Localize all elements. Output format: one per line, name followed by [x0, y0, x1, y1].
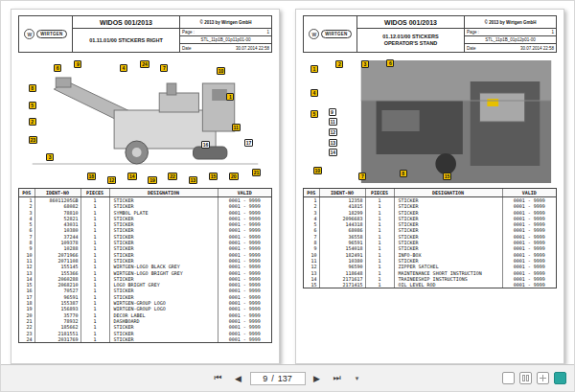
- diagram-callout: 19: [148, 176, 157, 184]
- first-page-button[interactable]: ⏮: [210, 370, 227, 387]
- doc-title: WIDOS 001/2013: [73, 16, 179, 29]
- diagram-callout: 23: [29, 136, 38, 144]
- facing-pages-icon[interactable]: [519, 372, 532, 384]
- page-value: 1: [266, 30, 269, 35]
- last-page-button[interactable]: ⏭: [329, 370, 346, 387]
- parts-table: POS IDENT-NO PIECES DESIGNATION VALID 18…: [19, 189, 271, 342]
- date-value: 30.07.2014 22:58: [520, 46, 554, 51]
- table-cell: STICKER: [109, 336, 218, 342]
- page-number-input[interactable]: 9 / 137: [250, 372, 306, 385]
- table-row: 1123581STICKER0001 - 9999: [304, 197, 556, 204]
- table-cell: 1: [365, 197, 394, 204]
- table-cell: 1: [304, 197, 319, 204]
- section-title-line2: OPERATOR'S STAND: [384, 40, 438, 47]
- single-page-icon[interactable]: [502, 372, 515, 384]
- diagram-callout: 14: [329, 149, 338, 156]
- table-row: 186011205GB1STICKER0001 - 9999: [19, 197, 271, 204]
- col-designation: DESIGNATION: [394, 189, 502, 197]
- diagram-callout: 13: [189, 176, 198, 184]
- wirtgen-logo-text: WIRTGEN: [321, 30, 351, 38]
- wirtgen-logo: W WIRTGEN: [19, 16, 73, 52]
- table-cell: 1: [80, 197, 109, 204]
- parts-table: POS IDENT-NO PIECES DESIGNATION VALID 11…: [304, 189, 556, 288]
- table-row: 1521714151OIL LEVEL ROD0001 - 9999: [304, 282, 556, 288]
- diagram-callout: 10: [217, 67, 226, 75]
- table-cell: 0001 - 9999: [502, 282, 556, 288]
- diagram-callout: 16: [201, 141, 211, 149]
- page-header: W WIRTGEN WIDOS 001/2013 © 2013 by Wirtg…: [303, 15, 557, 53]
- page-separator: /: [271, 374, 274, 383]
- doc-code: STL_11p1B_01p11p01-00: [200, 37, 250, 42]
- col-ident-no: IDENT-NO: [34, 189, 80, 197]
- diagram-callout: 22: [168, 173, 177, 180]
- col-valid: VALID: [502, 189, 556, 197]
- diagram-callout: 11: [329, 118, 337, 126]
- date-value: 30.07.2014 22:58: [236, 46, 269, 51]
- diagram-callout: 15: [209, 173, 218, 180]
- previous-page-button[interactable]: ◀: [230, 370, 247, 387]
- table-cell: 12358: [319, 197, 365, 204]
- table-cell: 2031769: [34, 336, 80, 342]
- doc-code-row: STL_11p1B_01p11p01-00: [180, 36, 271, 44]
- wirtgen-logo: W WIRTGEN: [304, 16, 357, 52]
- wirtgen-badge-icon: W: [24, 29, 34, 39]
- table-header-row: POS IDENT-NO PIECES DESIGNATION VALID: [19, 189, 271, 197]
- date-row: Date 30.07.2014 22:58: [180, 44, 271, 52]
- current-page: 9: [263, 374, 267, 383]
- document-page-left: W WIRTGEN WIDOS 001/2013 © 2013 by Wirtg…: [11, 9, 280, 364]
- diagram-callout: 1: [310, 65, 318, 73]
- diagram-callout: 1: [226, 93, 234, 101]
- col-pieces: PIECES: [80, 189, 109, 197]
- diagram-callout: 14: [127, 173, 137, 180]
- diagram-callout: 5: [310, 110, 318, 118]
- parts-diagram-machine: 694247108522331111617181214192213152021: [18, 57, 272, 185]
- diagram-callout: 18: [87, 173, 97, 180]
- section-title-line1: 01.12.01/00 STICKERS: [382, 34, 438, 40]
- diagram-callout: 8: [29, 84, 36, 92]
- parts-diagram-operator-stand: 123645911121314107815: [303, 57, 557, 185]
- operator-stand-photo: [303, 57, 557, 185]
- table-cell: 1: [365, 282, 394, 288]
- diagram-callout: 15: [443, 173, 452, 180]
- diagram-callout: 7: [358, 173, 366, 180]
- diagram-callout: 7: [160, 64, 168, 72]
- thumbnails-icon[interactable]: [537, 372, 549, 384]
- col-valid: VALID: [218, 189, 271, 197]
- section-title-line1: 01.11.01/00 STICKERS RIGHT: [89, 37, 163, 44]
- page-label: Page :: [467, 30, 479, 35]
- diagram-callout: 4: [310, 89, 318, 97]
- diagram-callout: 10: [313, 167, 323, 174]
- diagram-callout: 20: [229, 173, 239, 180]
- table-cell: 0001 - 9999: [218, 336, 271, 342]
- diagram-callout: 21: [252, 169, 262, 176]
- table-row: 2420317691STICKER0001 - 9999: [19, 336, 271, 342]
- diagram-callout: 6: [386, 59, 394, 67]
- section-title: 01.11.01/00 STICKERS RIGHT: [73, 29, 179, 52]
- date-label: Date: [182, 46, 192, 51]
- page-number-row: Page : 1: [180, 29, 271, 36]
- next-page-button[interactable]: ▶: [309, 370, 326, 387]
- doc-code-row: STL_11p1B_01p12p01-00: [465, 36, 556, 44]
- diagram-callout: 12: [107, 176, 117, 184]
- col-designation: DESIGNATION: [109, 189, 218, 197]
- doc-code: STL_11p1B_01p12p01-00: [485, 37, 535, 42]
- diagram-callout: 5: [29, 102, 36, 109]
- table-cell: 24: [19, 336, 34, 342]
- tool-icon[interactable]: [554, 372, 566, 384]
- table-cell: 0001 - 9999: [502, 197, 556, 204]
- page-info-box: Page : 1 STL_11p1B_01p11p01-00 Date 30.0…: [179, 29, 271, 52]
- table-cell: 0001 - 9999: [218, 197, 271, 204]
- table-cell: 15: [304, 282, 319, 288]
- parts-table-container: POS IDENT-NO PIECES DESIGNATION VALID 11…: [303, 188, 557, 288]
- page-info-box: Page : 1 STL_11p1B_01p12p01-00 Date 30.0…: [464, 29, 556, 52]
- table-cell: 86011205GB: [34, 197, 80, 204]
- diagram-callout: 24: [140, 60, 150, 68]
- page-number-row: Page : 1: [465, 29, 556, 36]
- page-value: 1: [551, 30, 554, 35]
- diagram-callout: 12: [329, 128, 338, 136]
- diagram-callout: 9: [74, 60, 81, 68]
- copyright-text: © 2013 by Wirtgen GmbH: [179, 16, 271, 29]
- document-page-right: W WIRTGEN WIDOS 001/2013 © 2013 by Wirtg…: [295, 9, 564, 364]
- page-menu-button[interactable]: ▾: [349, 370, 366, 387]
- page-label: Page :: [182, 30, 195, 35]
